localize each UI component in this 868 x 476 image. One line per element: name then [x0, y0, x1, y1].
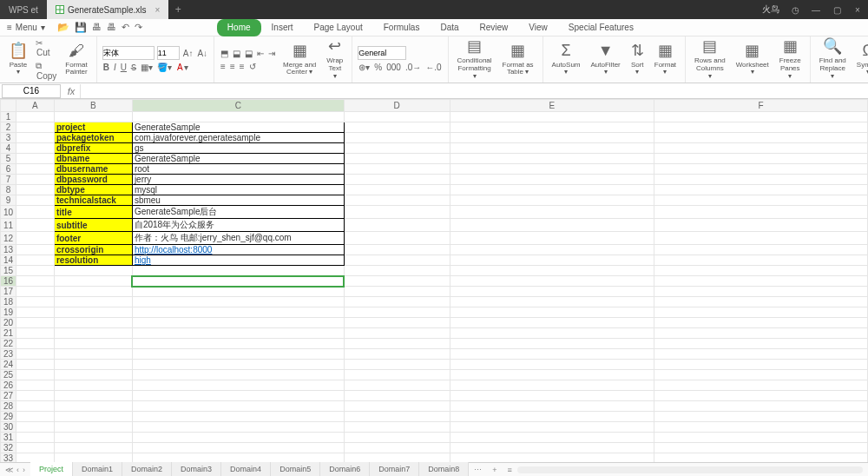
sheet-tab-domain8[interactable]: Domain8 — [419, 462, 469, 476]
indent-left-icon[interactable]: ⇤ — [256, 48, 265, 59]
redo-icon[interactable]: ↷ — [135, 22, 142, 33]
cell[interactable] — [654, 380, 868, 391]
cell[interactable] — [450, 195, 654, 206]
row-header[interactable]: 17 — [1, 287, 16, 297]
cell[interactable] — [654, 112, 868, 122]
cell[interactable] — [654, 232, 868, 245]
cell[interactable] — [16, 318, 54, 328]
sheet-list-icon[interactable]: ≡ — [503, 466, 517, 474]
cell[interactable] — [132, 266, 344, 276]
cell[interactable] — [450, 175, 654, 185]
cell[interactable]: gs — [132, 143, 344, 154]
cell[interactable] — [654, 453, 868, 463]
cell[interactable] — [132, 307, 344, 318]
cell[interactable] — [654, 276, 868, 287]
row-header[interactable]: 27 — [1, 391, 16, 401]
row-header[interactable]: 16 — [1, 276, 16, 287]
row-header[interactable]: 12 — [1, 232, 16, 245]
col-header-E[interactable]: E — [450, 100, 654, 112]
row-header[interactable]: 2 — [1, 122, 16, 133]
cell[interactable] — [54, 391, 132, 401]
cell[interactable] — [16, 276, 54, 287]
row-header[interactable]: 10 — [1, 206, 16, 219]
decrease-font-icon[interactable]: A↓ — [196, 48, 208, 59]
ribbon-tab-view[interactable]: View — [518, 19, 558, 36]
cell[interactable] — [450, 339, 654, 349]
cell[interactable] — [54, 287, 132, 297]
cell[interactable] — [132, 112, 344, 122]
row-header[interactable]: 4 — [1, 143, 16, 154]
cell[interactable] — [54, 339, 132, 349]
align-right-icon[interactable]: ≡ — [239, 61, 246, 72]
cell[interactable] — [16, 133, 54, 143]
cell[interactable] — [450, 164, 654, 175]
row-header[interactable]: 9 — [1, 195, 16, 206]
align-center-icon[interactable]: ≡ — [229, 61, 236, 72]
cell[interactable] — [654, 443, 868, 453]
cell[interactable] — [450, 412, 654, 422]
ribbon-tab-special-features[interactable]: Special Features — [558, 19, 644, 36]
align-bottom-icon[interactable]: ⬓ — [244, 48, 253, 59]
cell[interactable] — [654, 195, 868, 206]
cell[interactable] — [54, 328, 132, 339]
cell[interactable] — [450, 318, 654, 328]
cell[interactable] — [344, 443, 450, 453]
cell[interactable] — [16, 453, 54, 463]
row-header[interactable]: 33 — [1, 453, 16, 463]
cell[interactable]: project — [54, 122, 132, 133]
row-header[interactable]: 28 — [1, 401, 16, 412]
row-header[interactable]: 32 — [1, 443, 16, 453]
fx-button[interactable]: fx — [62, 86, 80, 96]
cell[interactable] — [450, 219, 654, 232]
cell[interactable]: dbname — [54, 154, 132, 164]
cell[interactable] — [654, 349, 868, 360]
sheet-tab-project[interactable]: Project — [30, 462, 73, 477]
cell[interactable] — [132, 422, 344, 433]
sheet-tab-domain6[interactable]: Domain6 — [320, 462, 370, 476]
sheet-tab-domain4[interactable]: Domain4 — [221, 462, 271, 476]
cell[interactable] — [132, 391, 344, 401]
row-header[interactable]: 25 — [1, 370, 16, 380]
row-header[interactable]: 31 — [1, 433, 16, 443]
format-button[interactable]: ▦Format ▾ — [651, 41, 680, 78]
cell[interactable] — [344, 360, 450, 370]
cell[interactable] — [16, 154, 54, 164]
cell[interactable] — [16, 328, 54, 339]
worksheet-button[interactable]: ▦Worksheet ▾ — [733, 41, 773, 78]
cell[interactable] — [654, 422, 868, 433]
cell[interactable]: subtitle — [54, 219, 132, 232]
cell[interactable] — [450, 433, 654, 443]
row-header[interactable]: 6 — [1, 164, 16, 175]
cell[interactable] — [16, 370, 54, 380]
undo-icon[interactable]: ↶ — [122, 22, 129, 33]
cell[interactable] — [654, 339, 868, 349]
row-header[interactable]: 20 — [1, 318, 16, 328]
cell[interactable] — [344, 318, 450, 328]
currency-icon[interactable]: ⊛▾ — [358, 62, 371, 73]
cell[interactable]: 作者：火鸟 电邮:jerry_shen_sjf@qq.com — [132, 232, 344, 245]
ribbon-tab-data[interactable]: Data — [430, 19, 469, 36]
cell[interactable] — [132, 401, 344, 412]
cell[interactable] — [132, 412, 344, 422]
cell[interactable] — [344, 112, 450, 122]
cell[interactable] — [450, 206, 654, 219]
cell[interactable] — [450, 232, 654, 245]
cell[interactable]: jerry — [132, 175, 344, 185]
merge-button[interactable]: ▦Merge and Center ▾ — [279, 41, 319, 78]
orientation-icon[interactable]: ↺ — [248, 61, 257, 72]
cell[interactable] — [344, 412, 450, 422]
ribbon-tab-insert[interactable]: Insert — [261, 19, 304, 36]
sheet-tab-domain3[interactable]: Domain3 — [172, 462, 221, 476]
cell[interactable] — [344, 154, 450, 164]
cell[interactable] — [344, 195, 450, 206]
minimize-icon[interactable]: — — [806, 5, 826, 15]
save-icon[interactable]: 💾 — [75, 22, 87, 33]
cell[interactable] — [16, 307, 54, 318]
cell[interactable] — [450, 276, 654, 287]
cell[interactable]: com.javaforever.generatesample — [132, 133, 344, 143]
dec-decimal-icon[interactable]: ←.0 — [424, 62, 442, 73]
cell[interactable] — [344, 219, 450, 232]
cell[interactable] — [16, 297, 54, 307]
cell[interactable] — [132, 328, 344, 339]
cell[interactable]: dbtype — [54, 185, 132, 195]
